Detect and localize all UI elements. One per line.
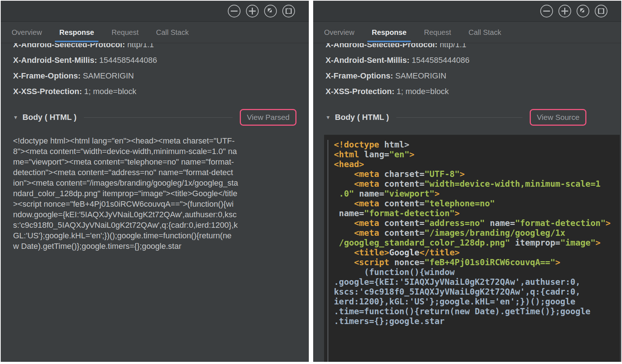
header-row: X-XSS-Protection: 1; mode=block — [326, 86, 609, 96]
tab-call-stack[interactable]: Call Stack — [156, 22, 189, 43]
source-code-line: ierd:1200},kGL:'US'};google.kHL='en';})(… — [334, 297, 620, 307]
code-token: ierd:1200},kGL:'US'};google.kHL='en';})(… — [334, 297, 575, 306]
source-code-line: <title>Google</title> — [334, 248, 620, 258]
response-headers: X-Android-Selected-Protocol: http/1.1X-A… — [313, 43, 621, 102]
code-token: .timers={};google.star — [334, 316, 445, 326]
code-token: nonce= — [389, 258, 424, 267]
header-value: 1544585444086 — [97, 56, 157, 65]
body-section-label: Body ( HTML ) — [23, 113, 77, 122]
header-name: X-Android-Sent-Millis: — [13, 56, 97, 65]
header-value: 1; mode=block — [82, 87, 136, 96]
parsed-body-line: w Date).getTime()};google.timers={};goog… — [13, 241, 296, 251]
zoom-in-icon[interactable] — [246, 5, 259, 17]
source-code-line: <meta content="telephone=no" — [334, 199, 620, 209]
tab-response[interactable]: Response — [59, 22, 94, 43]
code-token: content= — [379, 228, 425, 238]
tab-call-stack[interactable]: Call Stack — [468, 22, 501, 43]
response-headers: X-Android-Selected-Protocol: http/1.1X-A… — [1, 43, 309, 102]
section-divider — [396, 117, 523, 118]
zoom-in-icon[interactable] — [558, 5, 571, 17]
header-row: X-Android-Sent-Millis: 1544585444086 — [13, 55, 296, 65]
parsed-body-line: s:'c9c918f0_5IAQXJyVNaiL0gK2t72QAw',q:{c… — [13, 220, 296, 230]
reset-zoom-icon[interactable] — [264, 5, 277, 17]
code-token: .google={kEI:'5IAQXJyVNaiL0gK2t72QAw',au… — [334, 277, 581, 287]
source-code-line: name="format-detection"> — [334, 209, 620, 218]
view-parsed-button[interactable]: View Parsed — [240, 109, 296, 126]
code-gutter: <!doctype html><html lang="en"><head> <m… — [327, 140, 620, 362]
header-name: X-Frame-Options: — [326, 71, 393, 80]
tab-overview[interactable]: Overview — [12, 22, 42, 43]
body-section-label: Body ( HTML ) — [335, 113, 389, 122]
code-token: "UTF-8" — [424, 169, 460, 179]
code-token: "address=no" — [424, 218, 485, 228]
source-code-line: /googleg_standard_color_128dp.png" itemp… — [334, 238, 620, 248]
code-token: <!doctype — [334, 140, 379, 149]
code-token: .0" — [334, 189, 354, 198]
parsed-body-line: ndard_color_128dp.png" itemprop="image">… — [13, 188, 296, 199]
body-section-row: ▼ Body ( HTML ) View Parsed — [13, 109, 296, 126]
code-token: itemprop= — [510, 238, 560, 247]
code-token: charset= — [379, 169, 425, 179]
header-row: X-Android-Sent-Millis: 1544585444086 — [326, 55, 609, 65]
code-token: "viewport" — [384, 189, 434, 198]
tab-overview[interactable]: Overview — [324, 22, 354, 43]
code-token: name= — [485, 218, 515, 228]
response-content[interactable]: X-Android-Selected-Protocol: http/1.1X-A… — [313, 43, 621, 362]
header-row: X-Android-Selected-Protocol: http/1.1 — [13, 43, 296, 49]
view-source-button[interactable]: View Source — [530, 109, 586, 126]
code-token: <meta — [334, 218, 379, 228]
code-token: > — [409, 150, 415, 159]
reset-zoom-icon[interactable] — [577, 5, 589, 17]
source-code-line: .0" name="viewport"> — [334, 189, 620, 199]
code-token: Google — [389, 248, 419, 257]
code-token: (function(){window — [334, 267, 455, 277]
tab-bar: OverviewResponseRequestCall Stack — [313, 22, 621, 43]
parsed-body-line: detection"><meta content="address=no" na… — [13, 167, 296, 178]
code-token: <title> — [334, 248, 389, 257]
code-token: lang= — [359, 150, 389, 159]
collapse-triangle-icon[interactable]: ▼ — [326, 114, 331, 120]
source-code-line: .time=function(){return(new Date).getTim… — [334, 307, 620, 316]
source-code-line: <html lang="en"> — [334, 150, 620, 159]
zoom-to-selection-icon[interactable] — [595, 5, 607, 17]
header-row: X-Frame-Options: SAMEORIGIN — [326, 71, 609, 81]
header-value: 1; mode=block — [394, 87, 449, 96]
code-token: kscs:'c9c918f0_5IAQXJyVNaiL0gK2t72QAw',q… — [334, 287, 581, 296]
tab-bar: OverviewResponseRequestCall Stack — [1, 22, 309, 43]
header-name: X-XSS-Protection: — [326, 87, 394, 96]
header-name: X-XSS-Protection: — [13, 87, 82, 96]
header-name: X-Android-Selected-Protocol: — [326, 43, 437, 49]
code-token: <meta — [334, 228, 379, 238]
tab-request[interactable]: Request — [112, 22, 139, 43]
header-row: X-Frame-Options: SAMEORIGIN — [13, 71, 296, 81]
header-name: X-Frame-Options: — [13, 71, 81, 80]
code-token: > — [555, 258, 560, 267]
response-panel-source: OverviewResponseRequestCall Stack X-Andr… — [313, 1, 621, 362]
code-token: "image" — [560, 238, 595, 247]
source-code-line: .timers={};google.star — [334, 316, 620, 326]
code-token: "en" — [389, 150, 409, 159]
code-token: <meta — [334, 179, 379, 189]
collapse-triangle-icon[interactable]: ▼ — [13, 114, 18, 120]
code-token: <script — [334, 258, 389, 267]
zoom-out-icon[interactable] — [228, 5, 241, 17]
profiler-toolbar — [313, 1, 621, 22]
source-code-line: <script nonce="feB+4Pj01s0iRCW6couvqA=="… — [334, 258, 620, 267]
header-row: X-XSS-Protection: 1; mode=block — [13, 86, 296, 96]
zoom-out-icon[interactable] — [540, 5, 553, 17]
source-code-line: <!doctype html> — [334, 140, 620, 150]
tab-request[interactable]: Request — [424, 22, 451, 43]
response-content[interactable]: X-Android-Selected-Protocol: http/1.1X-A… — [1, 43, 309, 362]
source-code-line: (function(){window — [334, 267, 620, 277]
source-code-line: <meta content="/images/branding/googleg/… — [334, 228, 620, 238]
zoom-to-selection-icon[interactable] — [282, 5, 295, 17]
header-value: SAMEORIGIN — [81, 71, 134, 80]
code-token: "/images/branding/googleg/1x — [424, 228, 565, 238]
code-token: <head> — [334, 159, 364, 169]
parsed-body-line: ion"><meta content="/images/branding/goo… — [13, 178, 296, 188]
parsed-body-line: ndow.google={kEI:'5IAQXJyVNaiL0gK2t72QAw… — [13, 209, 296, 220]
code-token: "format-detection" — [515, 218, 606, 228]
tab-response[interactable]: Response — [372, 22, 407, 43]
code-token: "format-detection" — [364, 209, 455, 218]
source-code-line: <meta charset="UTF-8"> — [334, 169, 620, 179]
